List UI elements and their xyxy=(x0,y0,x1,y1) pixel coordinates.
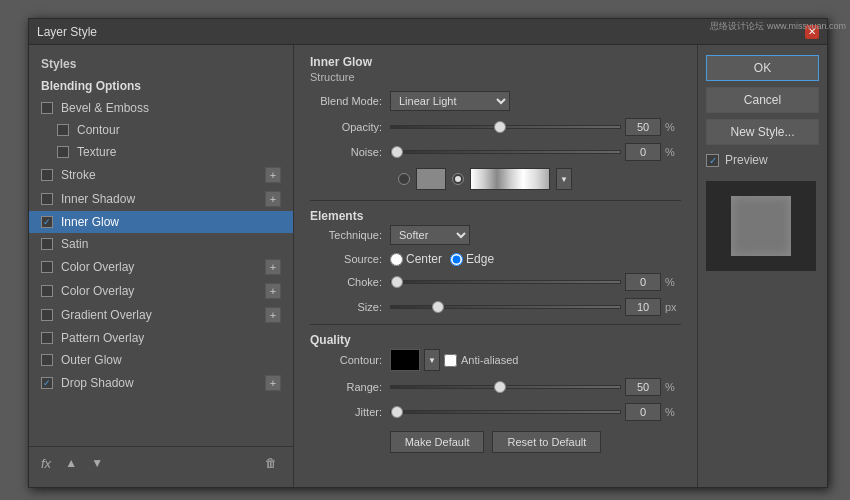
bevel-emboss-checkbox[interactable] xyxy=(41,102,53,114)
contour-checkbox[interactable] xyxy=(57,124,69,136)
sidebar-item-color-overlay-1[interactable]: Color Overlay + xyxy=(29,255,293,279)
sidebar-item-bevel-emboss[interactable]: Bevel & Emboss xyxy=(29,97,293,119)
stroke-checkbox[interactable] xyxy=(41,169,53,181)
opacity-slider-thumb[interactable] xyxy=(494,121,506,133)
divider-1 xyxy=(310,200,681,201)
divider-2 xyxy=(310,324,681,325)
sidebar-item-satin[interactable]: Satin xyxy=(29,233,293,255)
preview-canvas xyxy=(706,181,816,271)
sidebar-item-stroke[interactable]: Stroke + xyxy=(29,163,293,187)
new-style-button[interactable]: New Style... xyxy=(706,119,819,145)
choke-slider-thumb[interactable] xyxy=(391,276,403,288)
color-overlay-1-add-button[interactable]: + xyxy=(265,259,281,275)
reset-to-default-button[interactable]: Reset to Default xyxy=(492,431,601,453)
sidebar-item-color-overlay-2[interactable]: Color Overlay + xyxy=(29,279,293,303)
blend-mode-row: Blend Mode: Linear Light Normal Multiply… xyxy=(310,91,681,111)
source-control: Center Edge xyxy=(390,252,681,266)
gradient-radio[interactable] xyxy=(452,173,464,185)
range-input[interactable] xyxy=(625,378,661,396)
noise-input[interactable] xyxy=(625,143,661,161)
right-panel: OK Cancel New Style... ✓ Preview xyxy=(697,45,827,487)
sidebar-item-inner-shadow[interactable]: Inner Shadow + xyxy=(29,187,293,211)
sidebar-item-gradient-overlay[interactable]: Gradient Overlay + xyxy=(29,303,293,327)
range-slider-track[interactable] xyxy=(390,385,621,389)
contour-control: ▼ Anti-aliased xyxy=(390,349,681,371)
anti-aliased-checkbox[interactable] xyxy=(444,354,457,367)
choke-input[interactable] xyxy=(625,273,661,291)
stroke-add-button[interactable]: + xyxy=(265,167,281,183)
sub-section-title: Structure xyxy=(310,71,681,83)
pattern-overlay-checkbox[interactable] xyxy=(41,332,53,344)
sidebar-item-blending-options[interactable]: Blending Options xyxy=(29,75,293,97)
sidebar-item-pattern-overlay[interactable]: Pattern Overlay xyxy=(29,327,293,349)
color-overlay-1-checkbox[interactable] xyxy=(41,261,53,273)
size-input[interactable] xyxy=(625,298,661,316)
blending-options-label: Blending Options xyxy=(41,79,141,93)
opacity-input[interactable] xyxy=(625,118,661,136)
color-swatch[interactable] xyxy=(416,168,446,190)
inner-glow-checkbox[interactable]: ✓ xyxy=(41,216,53,228)
technique-label: Technique: xyxy=(310,229,390,241)
contour-swatch[interactable] xyxy=(390,349,420,371)
opacity-slider-track[interactable] xyxy=(390,125,621,129)
preview-checkbox[interactable]: ✓ xyxy=(706,154,719,167)
color-overlay-2-checkbox[interactable] xyxy=(41,285,53,297)
texture-checkbox[interactable] xyxy=(57,146,69,158)
size-slider-track[interactable] xyxy=(390,305,621,309)
texture-label: Texture xyxy=(77,145,116,159)
inner-shadow-add-button[interactable]: + xyxy=(265,191,281,207)
edge-radio-label[interactable]: Edge xyxy=(450,252,494,266)
contour-label: Contour xyxy=(77,123,120,137)
satin-checkbox[interactable] xyxy=(41,238,53,250)
down-arrow-button[interactable]: ▼ xyxy=(87,453,107,473)
inner-shadow-checkbox[interactable] xyxy=(41,193,53,205)
up-arrow-button[interactable]: ▲ xyxy=(61,453,81,473)
size-row: Size: px xyxy=(310,298,681,316)
size-label: Size: xyxy=(310,301,390,313)
choke-slider-track[interactable] xyxy=(390,280,621,284)
source-label: Source: xyxy=(310,253,390,265)
color-overlay-2-add-button[interactable]: + xyxy=(265,283,281,299)
edge-radio[interactable] xyxy=(450,253,463,266)
gradient-overlay-add-button[interactable]: + xyxy=(265,307,281,323)
gradient-overlay-checkbox[interactable] xyxy=(41,309,53,321)
technique-select[interactable]: Softer Precise xyxy=(390,225,470,245)
inner-glow-label: Inner Glow xyxy=(61,215,119,229)
sidebar-item-contour[interactable]: Contour xyxy=(29,119,293,141)
ok-button[interactable]: OK xyxy=(706,55,819,81)
choke-control: % xyxy=(390,273,681,291)
cancel-button[interactable]: Cancel xyxy=(706,87,819,113)
noise-slider-thumb[interactable] xyxy=(391,146,403,158)
center-radio[interactable] xyxy=(390,253,403,266)
gradient-swatch[interactable] xyxy=(470,168,550,190)
drop-shadow-checkbox[interactable]: ✓ xyxy=(41,377,53,389)
opacity-unit: % xyxy=(665,121,681,133)
pattern-overlay-label: Pattern Overlay xyxy=(61,331,144,345)
blend-mode-select[interactable]: Linear Light Normal Multiply Screen Over… xyxy=(390,91,510,111)
outer-glow-checkbox[interactable] xyxy=(41,354,53,366)
sidebar-item-drop-shadow[interactable]: ✓ Drop Shadow + xyxy=(29,371,293,395)
jitter-slider-track[interactable] xyxy=(390,410,621,414)
opacity-label: Opacity: xyxy=(310,121,390,133)
fx-label: fx xyxy=(41,456,51,471)
gradient-dropdown[interactable]: ▼ xyxy=(556,168,572,190)
contour-dropdown[interactable]: ▼ xyxy=(424,349,440,371)
choke-label: Choke: xyxy=(310,276,390,288)
sidebar-item-inner-glow[interactable]: ✓ Inner Glow xyxy=(29,211,293,233)
blend-mode-label: Blend Mode: xyxy=(310,95,390,107)
stroke-label: Stroke xyxy=(61,168,96,182)
solid-color-radio[interactable] xyxy=(398,173,410,185)
sidebar-item-outer-glow[interactable]: Outer Glow xyxy=(29,349,293,371)
satin-label: Satin xyxy=(61,237,88,251)
range-slider-thumb[interactable] xyxy=(494,381,506,393)
center-radio-label[interactable]: Center xyxy=(390,252,442,266)
jitter-slider-thumb[interactable] xyxy=(391,406,403,418)
size-slider-thumb[interactable] xyxy=(432,301,444,313)
jitter-input[interactable] xyxy=(625,403,661,421)
delete-button[interactable]: 🗑 xyxy=(261,453,281,473)
make-default-button[interactable]: Make Default xyxy=(390,431,485,453)
noise-slider-track[interactable] xyxy=(390,150,621,154)
sidebar-item-texture[interactable]: Texture xyxy=(29,141,293,163)
left-bottom-bar: fx ▲ ▼ 🗑 xyxy=(29,446,293,479)
drop-shadow-add-button[interactable]: + xyxy=(265,375,281,391)
